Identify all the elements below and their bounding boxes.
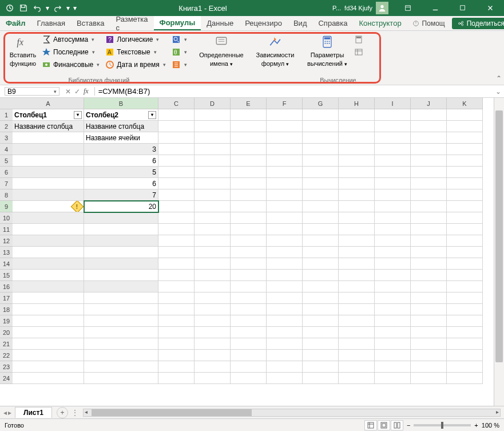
cell-H4[interactable]	[339, 144, 375, 155]
cell-K8[interactable]	[447, 189, 483, 201]
cell-G3[interactable]	[303, 132, 339, 144]
cell-D12[interactable]	[195, 235, 231, 247]
cell-I18[interactable]	[375, 304, 411, 315]
cell-G6[interactable]	[303, 167, 339, 178]
cell-E24[interactable]	[231, 373, 267, 384]
name-box[interactable]: B9▾	[5, 87, 59, 96]
cell-G8[interactable]	[303, 189, 339, 201]
row-header-24[interactable]: 24	[0, 373, 13, 384]
filter-icon[interactable]: ▾	[148, 111, 156, 119]
view-layout-button[interactable]	[378, 420, 390, 430]
tab-insert[interactable]: Вставка	[71, 16, 110, 30]
row-header-5[interactable]: 5	[0, 155, 13, 167]
cell-C11[interactable]	[158, 224, 195, 235]
datetime-button[interactable]: Дата и время▾	[104, 58, 167, 70]
cell-K11[interactable]	[447, 224, 483, 235]
cell-H22[interactable]	[339, 350, 375, 361]
cell-B19[interactable]	[84, 315, 158, 327]
cell-I6[interactable]	[375, 167, 411, 178]
cell-G4[interactable]	[303, 144, 339, 155]
zoom-in-button[interactable]: +	[474, 422, 478, 429]
cell-I15[interactable]	[375, 270, 411, 281]
cell-C19[interactable]	[158, 315, 195, 327]
cell-A7[interactable]	[13, 178, 84, 189]
cell-A3[interactable]	[13, 132, 84, 144]
cell-K16[interactable]	[447, 281, 483, 292]
cell-I3[interactable]	[375, 132, 411, 144]
cell-H10[interactable]	[339, 212, 375, 224]
cell-F22[interactable]	[267, 350, 303, 361]
math-button[interactable]: θ▾	[170, 46, 189, 58]
cell-I8[interactable]	[375, 189, 411, 201]
row-header-21[interactable]: 21	[0, 338, 13, 350]
col-header-G[interactable]: G	[303, 98, 339, 109]
cell-H18[interactable]	[339, 304, 375, 315]
cell-D6[interactable]	[195, 167, 231, 178]
cell-E11[interactable]	[231, 224, 267, 235]
cell-I24[interactable]	[375, 373, 411, 384]
undo-dropdown-icon[interactable]: ▾	[45, 4, 50, 12]
cell-C17[interactable]	[158, 292, 195, 304]
cell-A17[interactable]	[13, 292, 84, 304]
cell-C9[interactable]	[158, 201, 195, 212]
cell-H24[interactable]	[339, 373, 375, 384]
row-header-18[interactable]: 18	[0, 304, 13, 315]
cell-J20[interactable]	[411, 327, 447, 338]
cell-J4[interactable]	[411, 144, 447, 155]
row-header-7[interactable]: 7	[0, 178, 13, 189]
cell-H12[interactable]	[339, 235, 375, 247]
cell-J17[interactable]	[411, 292, 447, 304]
col-header-A[interactable]: A	[13, 98, 84, 109]
cell-D22[interactable]	[195, 350, 231, 361]
cell-G11[interactable]	[303, 224, 339, 235]
cell-J16[interactable]	[411, 281, 447, 292]
cell-A16[interactable]	[13, 281, 84, 292]
tab-layout[interactable]: Разметка с	[110, 16, 153, 30]
cell-I7[interactable]	[375, 178, 411, 189]
cell-F5[interactable]	[267, 155, 303, 167]
vertical-scrollbar[interactable]	[494, 98, 504, 406]
cell-E2[interactable]	[231, 121, 267, 132]
cell-D10[interactable]	[195, 212, 231, 224]
cell-I11[interactable]	[375, 224, 411, 235]
cell-K2[interactable]	[447, 121, 483, 132]
tab-data[interactable]: Данные	[201, 16, 239, 30]
cell-G9[interactable]	[303, 201, 339, 212]
cell-B23[interactable]	[84, 361, 158, 373]
cell-A24[interactable]	[13, 373, 84, 384]
cell-J24[interactable]	[411, 373, 447, 384]
cell-D9[interactable]	[195, 201, 231, 212]
cell-F20[interactable]	[267, 327, 303, 338]
cell-K17[interactable]	[447, 292, 483, 304]
cell-B2[interactable]: Название столбца	[84, 121, 158, 132]
view-normal-button[interactable]	[364, 420, 377, 430]
sheet-next-icon[interactable]: ▸	[8, 409, 11, 417]
col-header-K[interactable]: K	[447, 98, 483, 109]
cell-H8[interactable]	[339, 189, 375, 201]
cell-I5[interactable]	[375, 155, 411, 167]
cell-H1[interactable]	[339, 109, 375, 121]
row-header-1[interactable]: 1	[0, 109, 13, 121]
cell-H11[interactable]	[339, 224, 375, 235]
cell-H23[interactable]	[339, 361, 375, 373]
cell-H5[interactable]	[339, 155, 375, 167]
calc-options-button[interactable]: Параметры вычислений ▾	[304, 33, 350, 68]
cell-F21[interactable]	[267, 338, 303, 350]
cell-K23[interactable]	[447, 361, 483, 373]
cell-H6[interactable]	[339, 167, 375, 178]
cell-F18[interactable]	[267, 304, 303, 315]
cell-B21[interactable]	[84, 338, 158, 350]
cell-G7[interactable]	[303, 178, 339, 189]
cell-C5[interactable]	[158, 155, 195, 167]
tab-review[interactable]: Рецензиро	[239, 16, 288, 30]
cell-I23[interactable]	[375, 361, 411, 373]
cell-E1[interactable]	[231, 109, 267, 121]
calc-sheet-button[interactable]	[352, 46, 365, 58]
cell-D11[interactable]	[195, 224, 231, 235]
cell-D13[interactable]	[195, 247, 231, 258]
cell-K22[interactable]	[447, 350, 483, 361]
cell-E4[interactable]	[231, 144, 267, 155]
cell-H7[interactable]	[339, 178, 375, 189]
cell-I1[interactable]	[375, 109, 411, 121]
cell-A12[interactable]	[13, 235, 84, 247]
